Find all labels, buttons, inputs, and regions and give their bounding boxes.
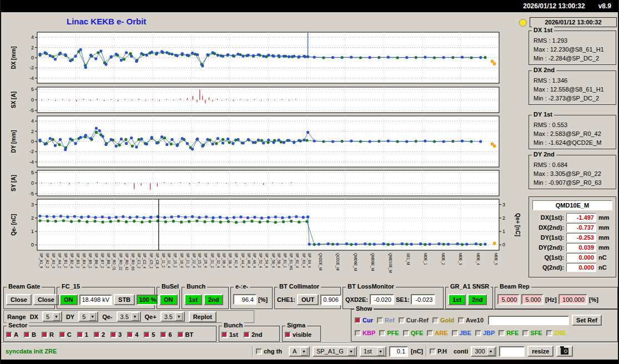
bottom-strip (0, 360, 619, 364)
checkbox-item-2[interactable]: 2 (94, 331, 105, 338)
checkbox[interactable] (285, 332, 291, 338)
checkbox[interactable] (546, 330, 552, 336)
checkbox-label: RFE (506, 330, 519, 336)
checkbox-item-3[interactable]: 3 (110, 331, 122, 338)
count-select[interactable]: 300▼ (471, 346, 496, 357)
checkbox-item-5[interactable]: 5 (144, 331, 155, 338)
checkbox[interactable] (458, 317, 464, 323)
page-title: Linac KEKB e- Orbit (67, 17, 146, 26)
sector-select[interactable]: A▼ (289, 346, 310, 357)
checkbox-item-zre[interactable]: ZRE (546, 330, 566, 336)
checkbox-item-sfe[interactable]: SFE (522, 330, 542, 336)
resize-button[interactable]: resize (527, 346, 553, 357)
checkbox-item-jbp[interactable]: JBP (475, 330, 495, 336)
checkbox-item-gold[interactable]: Gold (432, 317, 454, 323)
checkbox-item-visible[interactable]: visible (285, 331, 311, 338)
fc15-stb-button[interactable]: STB (114, 294, 135, 305)
checkbox[interactable] (430, 348, 436, 355)
svg-text:SP_B3_2: SP_B3_2 (76, 253, 80, 269)
monitor-value: -0.737 (566, 223, 596, 232)
checkbox-item-r[interactable]: R (42, 331, 54, 338)
checkbox[interactable] (403, 330, 409, 336)
checkbox[interactable] (379, 330, 385, 336)
checkbox-item-c[interactable]: C (59, 331, 72, 338)
screenshot-button[interactable] (556, 346, 573, 357)
checkbox[interactable] (42, 332, 48, 338)
set-ref-button[interactable]: Set Ref (572, 315, 602, 326)
checkbox-item-bt[interactable]: BT (178, 331, 194, 338)
range-qep-select[interactable]: 3.5▼ (160, 311, 185, 322)
svg-text:SP_31_2: SP_31_2 (210, 253, 214, 268)
bunch-select[interactable]: 1st▼ (360, 346, 386, 357)
checkbox[interactable] (244, 332, 250, 338)
che1-out-button[interactable]: OUT (297, 294, 319, 305)
chg-th-checkbox[interactable]: chg th (256, 348, 282, 355)
checkbox[interactable] (427, 330, 433, 336)
threshold-value[interactable]: 0.1 (389, 346, 408, 357)
checkbox[interactable] (94, 332, 100, 338)
svg-text:SP_C1_2: SP_C1_2 (137, 253, 141, 269)
busel-on-button[interactable]: ON (159, 294, 178, 305)
bunch-1st-button[interactable]: 1st (184, 294, 202, 305)
checkbox[interactable] (499, 330, 505, 336)
svg-text:SP_52_4: SP_52_4 (258, 253, 263, 268)
checkbox[interactable] (6, 332, 12, 338)
checkbox-item-1[interactable]: 1 (77, 331, 88, 338)
checkbox-item-6[interactable]: 6 (160, 331, 172, 338)
checkbox[interactable] (355, 317, 361, 323)
fc15-on-button[interactable]: ON (59, 294, 78, 305)
blank-input[interactable] (499, 346, 525, 357)
bpm-select[interactable]: SP_A1_G▼ (313, 346, 357, 357)
range-qem-select[interactable]: 3.5▼ (117, 311, 141, 322)
checkbox[interactable] (77, 332, 83, 338)
checkbox[interactable] (452, 330, 458, 336)
range-dx-select[interactable]: 5▼ (42, 311, 62, 322)
gr-a1-1st-button[interactable]: 1st (448, 294, 466, 305)
checkbox[interactable] (222, 332, 228, 338)
checkbox[interactable] (178, 332, 184, 338)
gr-a1-2nd-button[interactable]: 2nd (467, 294, 487, 305)
ph-checkbox[interactable]: P.H (430, 348, 447, 355)
checkbox[interactable] (522, 330, 529, 336)
checkbox-item-are[interactable]: ARE (427, 330, 447, 336)
svg-text:SP_12_4: SP_12_4 (167, 253, 171, 268)
checkbox-item-cur-ref[interactable]: Cur-Ref (399, 317, 429, 323)
checkbox[interactable] (144, 332, 150, 338)
ref-file-input[interactable] (488, 316, 569, 325)
checkbox[interactable] (355, 330, 361, 336)
separator (252, 346, 253, 357)
range-dy-select[interactable]: 5▼ (78, 311, 98, 322)
checkbox-item-4[interactable]: 4 (127, 331, 138, 338)
replot-button[interactable]: Replot (189, 311, 217, 322)
checkbox[interactable] (24, 332, 30, 338)
checkbox[interactable] (475, 330, 481, 336)
checkbox-item-b[interactable]: B (24, 331, 36, 338)
beam-gate-close-button-1[interactable]: Close (6, 294, 32, 305)
checkbox-item-ref[interactable]: Ref (377, 317, 395, 323)
checkbox-item-cur[interactable]: Cur (355, 317, 373, 323)
checkbox[interactable] (127, 332, 133, 338)
stats-max: Max : 12.558@S8_61_H1 (529, 85, 616, 94)
checkbox[interactable] (432, 317, 439, 323)
checkbox[interactable] (377, 317, 383, 323)
checkbox-item-2nd[interactable]: 2nd (244, 331, 263, 338)
bunch-select-value: 1st (364, 348, 375, 355)
checkbox[interactable] (160, 332, 167, 338)
checkbox[interactable] (399, 317, 405, 323)
checkbox-item-pfe[interactable]: PFE (379, 330, 399, 336)
svg-text:DY [mm]: DY [mm] (11, 130, 17, 153)
checkbox-item-a[interactable]: A (6, 331, 18, 338)
checkbox-item-jbe[interactable]: JBE (452, 330, 471, 336)
checkbox[interactable] (256, 348, 262, 355)
svg-text:SP_44_4: SP_44_4 (240, 253, 245, 268)
checkbox-item-kbp[interactable]: KBP (355, 330, 375, 336)
beam-gate-close-button-2[interactable]: Close (33, 294, 59, 305)
checkbox-item-1st[interactable]: 1st (222, 331, 238, 338)
fc15-group: FC_15 ON 18.498 kV STB 100 % (57, 287, 155, 309)
bunch-2nd-button[interactable]: 2nd (204, 294, 224, 305)
checkbox[interactable] (110, 332, 117, 338)
checkbox[interactable] (59, 332, 66, 338)
checkbox-item-rfe[interactable]: RFE (499, 330, 519, 336)
checkbox-item-qfe[interactable]: QFE (403, 330, 424, 336)
checkbox-item-ave10[interactable]: Ave10 (458, 317, 484, 323)
